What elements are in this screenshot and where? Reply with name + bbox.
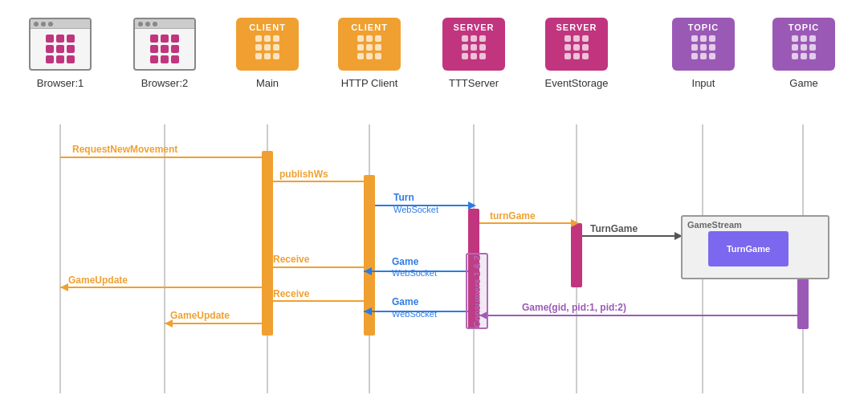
label-gameupdate2: GameUpdate [170,310,230,321]
label-requestnewmovement: RequestNewMovement [72,144,177,155]
actor-input-label: Input [692,77,715,89]
tttserver-icon: SERVER [442,16,506,72]
tttserver-label-top: SERVER [453,22,494,32]
consumers-box: Consumers 1 & 2 [466,253,488,329]
label-receive1: Receive [273,254,310,265]
label-game2-sub: WebSocket [392,309,437,319]
activation-main [262,151,273,336]
actor-input: TOPIC Input [671,16,736,89]
main-icon: CLIENT [235,16,300,72]
turnGame-inner-label: TurnGame [727,244,770,254]
input-icon: TOPIC [671,16,736,72]
arrowhead-turngame [571,219,579,227]
actor-game-label: Game [789,77,817,89]
actor-httpclient: CLIENT HTTP Client [337,16,401,89]
arrowhead-game1 [364,267,372,275]
diagram-svg: RequestNewMovement publishWs Turn WebSoc… [0,0,868,415]
actor-eventstorage: SERVER EventStorage [544,16,609,89]
actor-eventstorage-label: EventStorage [545,77,609,89]
label-receive2: Receive [273,288,310,299]
arrowhead-turn [468,201,476,210]
actor-tttserver-label: TTTServer [449,77,499,89]
label-game1-sub: WebSocket [392,268,437,278]
arrowhead-receive1 [262,263,270,271]
gamestream-box: GameStream TurnGame [681,215,829,279]
httpclient-label-top: CLIENT [351,22,388,32]
label-turn: Turn [393,192,414,203]
arrowhead-gameupdate1 [60,283,68,291]
activation-eventstorage [571,223,582,287]
main-label-top: CLIENT [249,22,286,32]
actor-browser1: Browser:1 [28,16,92,89]
label-game1: Game [392,256,419,267]
turnGame-inner-box: TurnGame [708,231,789,266]
actor-browser1-label: Browser:1 [37,77,84,89]
arrowhead-receive2 [262,297,270,305]
actor-game: TOPIC Game [772,16,836,89]
arrowhead-game2 [364,307,372,315]
label-turngame2: TurnGame [590,223,638,234]
actor-tttserver: SERVER TTTServer [442,16,506,89]
browser1-icon [28,16,92,72]
diagram: RequestNewMovement publishWs Turn WebSoc… [0,0,868,415]
actor-main: CLIENT Main [235,16,300,89]
eventstorage-label-top: SERVER [556,22,597,32]
label-gamegid: Game(gid, pid:1, pid:2) [522,302,626,313]
label-game2: Game [392,296,419,307]
gamestream-label: GameStream [687,220,742,230]
label-publishws: publishWs [279,169,328,180]
arrowhead-publishws [364,177,372,185]
arrowhead-requestnewmovement [262,153,270,161]
httpclient-icon: CLIENT [337,16,401,72]
input-label-top: TOPIC [688,22,719,32]
game-icon: TOPIC [772,16,836,72]
label-turngame: turnGame [490,210,536,222]
actor-browser2: Browser:2 [132,16,197,89]
browser2-icon [132,16,197,72]
arrowhead-gameupdate2 [165,319,173,328]
label-gameupdate1: GameUpdate [68,275,128,286]
game-label-top: TOPIC [789,22,819,32]
eventstorage-icon: SERVER [544,16,609,72]
actor-main-label: Main [256,77,279,89]
activation-httpclient [364,175,375,336]
consumers-label: Consumers 1 & 2 [472,255,482,328]
actor-httpclient-label: HTTP Client [341,77,398,89]
label-turn-sub: WebSocket [393,205,438,214]
actor-browser2-label: Browser:2 [141,77,189,89]
